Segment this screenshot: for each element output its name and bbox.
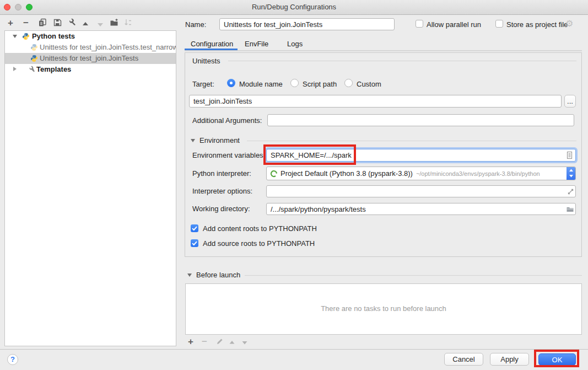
before-launch-collapse-icon[interactable] (187, 274, 192, 277)
templates-wrench-icon (27, 66, 35, 73)
tree-item-jointests-selected[interactable]: Unittests for test_join.JoinTests (5, 53, 176, 64)
copy-configuration-button[interactable] (38, 18, 47, 27)
active-tab-underline (185, 49, 238, 50)
additional-arguments-input[interactable] (267, 114, 574, 126)
collapse-arrow-icon[interactable] (13, 35, 17, 38)
tree-item-label: Templates (36, 64, 71, 75)
task-move-up-button[interactable] (228, 339, 236, 347)
browse-folder-icon[interactable] (566, 205, 574, 213)
store-as-project-file-checkbox[interactable] (495, 20, 503, 28)
help-button[interactable]: ? (7, 354, 18, 365)
interpreter-options-input[interactable] (266, 185, 576, 197)
move-up-button[interactable] (81, 20, 90, 29)
cancel-button[interactable]: Cancel (444, 353, 483, 366)
run-debug-configurations-dialog: Run/Debug Configurations + − Python test… (0, 0, 588, 370)
section-divider (245, 275, 582, 276)
no-tasks-message: There are no tasks to run before launch (186, 284, 581, 334)
working-directory-label: Working directory: (192, 205, 250, 213)
tree-item-templates[interactable]: Templates (5, 64, 176, 75)
radio-custom[interactable] (344, 79, 353, 87)
environment-section-label: Environment (199, 136, 240, 144)
tree-item-label: Python tests (32, 31, 75, 42)
new-folder-button[interactable] (110, 18, 118, 27)
before-launch-label: Before launch (196, 271, 240, 279)
expand-field-icon[interactable] (567, 187, 575, 196)
allow-parallel-run-label: Allow parallel run (427, 20, 481, 29)
interpreter-stepper[interactable] (567, 167, 576, 180)
task-move-down-button[interactable] (240, 339, 249, 347)
add-configuration-button[interactable]: + (8, 19, 13, 28)
remove-configuration-button[interactable]: − (23, 19, 29, 28)
store-as-project-file-label: Store as project file (506, 20, 568, 29)
edit-task-button[interactable] (215, 337, 224, 346)
allow-parallel-run-checkbox[interactable] (416, 20, 423, 28)
name-label: Name: (185, 20, 206, 29)
radio-module-name[interactable] (227, 79, 235, 87)
working-directory-input[interactable] (266, 203, 576, 215)
tree-item-label: Unittests for test_join.JoinTests (40, 53, 138, 64)
add-source-roots-label: Add source roots to PYTHONPATH (203, 239, 315, 248)
add-source-roots-checkbox[interactable] (191, 239, 198, 247)
before-launch-tasks-panel: There are no tasks to run before launch (185, 283, 582, 335)
radio-custom-label: Custom (357, 80, 381, 88)
radio-script-path-label: Script path (303, 80, 337, 88)
python-interpreter-select[interactable]: Project Default (Python 3.8 (pyspark-3.8… (266, 167, 576, 180)
conda-env-icon (270, 170, 278, 178)
add-content-roots-checkbox[interactable] (191, 224, 198, 232)
radio-script-path[interactable] (290, 79, 299, 87)
radio-module-name-label: Module name (239, 80, 283, 88)
titlebar: Run/Debug Configurations (0, 0, 588, 15)
paste-variables-icon[interactable] (565, 151, 574, 159)
tab-logs[interactable]: Logs (287, 40, 303, 48)
tree-item-test-narrow[interactable]: Unittests for test_join.JoinTests.test_n… (5, 42, 176, 53)
edit-templates-button[interactable] (67, 18, 75, 27)
sort-configurations-button[interactable] (124, 18, 133, 27)
tab-configuration[interactable]: Configuration (191, 40, 233, 48)
environment-variables-label: Environment variables: (192, 151, 265, 159)
group-divider (228, 61, 576, 61)
tab-envfile[interactable]: EnvFile (245, 40, 268, 48)
interpreter-options-label: Interpreter options: (192, 187, 252, 195)
environment-collapse-icon[interactable] (191, 139, 195, 142)
python-interpreter-value: Project Default (Python 3.8 (pyspark-3.8… (280, 169, 413, 178)
target-input[interactable] (189, 95, 562, 108)
ok-button[interactable]: OK (538, 353, 576, 366)
apply-button[interactable]: Apply (490, 353, 529, 366)
expand-arrow-icon[interactable] (13, 67, 17, 71)
python-interpreter-label: Python interpreter: (192, 169, 251, 178)
additional-arguments-label: Additional Arguments: (192, 116, 262, 125)
python-tests-icon (22, 33, 30, 40)
add-task-button[interactable]: + (188, 337, 193, 346)
python-test-icon (30, 44, 38, 51)
window-title: Run/Debug Configurations (0, 3, 588, 11)
python-interpreter-path: ~/opt/miniconda3/envs/pyspark-3.8/bin/py… (416, 170, 540, 177)
tree-item-python-tests[interactable]: Python tests (5, 31, 176, 42)
remove-task-button[interactable]: − (202, 337, 207, 346)
section-divider (247, 141, 576, 141)
configurations-tree: Python tests Unittests for test_join.Joi… (4, 30, 176, 346)
target-label: Target: (192, 80, 214, 88)
browse-button[interactable]: ... (564, 95, 576, 108)
unittests-group-label: Unittests (192, 57, 220, 65)
environment-variables-input[interactable] (266, 149, 576, 162)
name-input[interactable] (219, 18, 395, 30)
tree-item-label: Unittests for test_join.JoinTests.test_n… (40, 42, 176, 53)
save-configuration-button[interactable] (53, 18, 62, 27)
store-options-gear-icon[interactable]: ⚙ (565, 19, 573, 28)
add-content-roots-label: Add content roots to PYTHONPATH (203, 224, 317, 233)
footer-divider (0, 349, 588, 350)
move-down-button[interactable] (96, 20, 105, 29)
python-test-icon (30, 55, 38, 62)
